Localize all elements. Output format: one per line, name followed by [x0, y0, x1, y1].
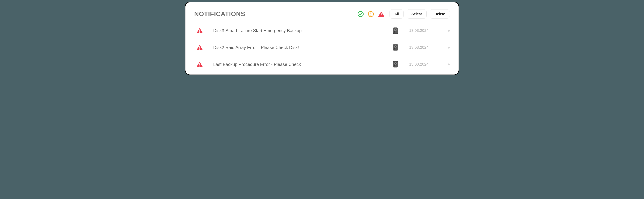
status-dot [448, 46, 450, 48]
disk-icon [392, 44, 399, 51]
panel-header: NOTIFICATIONS [194, 9, 450, 19]
svg-point-2 [370, 15, 371, 16]
svg-point-22 [394, 66, 394, 67]
delete-button[interactable]: Delete [430, 9, 450, 19]
notification-message: Last Backup Procedure Error - Please Che… [213, 62, 392, 67]
notification-message: Disk3 Smart Failure Start Emergency Back… [213, 28, 392, 33]
notification-list: Disk3 Smart Failure Start Emergency Back… [194, 28, 450, 68]
page-title: NOTIFICATIONS [194, 10, 245, 18]
alert-filter-icon[interactable] [378, 11, 384, 17]
status-dot [448, 30, 450, 32]
svg-point-18 [199, 66, 200, 67]
notifications-panel: NOTIFICATIONS [185, 2, 459, 75]
alert-triangle-icon [196, 61, 203, 68]
svg-point-4 [381, 16, 382, 16]
header-controls: All Select Delete [358, 9, 450, 19]
svg-point-10 [394, 32, 394, 33]
notification-row[interactable]: Disk2 Raid Array Error - Please Check Di… [196, 44, 450, 51]
svg-point-0 [358, 12, 363, 17]
disk-icon [392, 61, 399, 68]
success-filter-icon[interactable] [358, 11, 364, 17]
notification-date: 13.03.2024 [409, 45, 432, 50]
notification-row[interactable]: Last Backup Procedure Error - Please Che… [196, 61, 450, 68]
notification-message: Disk2 Raid Array Error - Please Check Di… [213, 45, 392, 50]
svg-point-12 [199, 49, 200, 50]
svg-point-16 [394, 49, 394, 50]
svg-point-6 [199, 32, 200, 33]
alert-triangle-icon [196, 28, 203, 34]
select-button[interactable]: Select [407, 9, 426, 19]
status-dot [448, 64, 450, 66]
all-button[interactable]: All [390, 9, 404, 19]
notification-date: 13.03.2024 [409, 28, 432, 33]
alert-triangle-icon [196, 44, 203, 51]
notification-date: 13.03.2024 [409, 62, 432, 67]
notification-row[interactable]: Disk3 Smart Failure Start Emergency Back… [196, 28, 450, 34]
disk-icon [392, 28, 399, 34]
warning-filter-icon[interactable] [368, 11, 374, 17]
filter-icons-group [358, 11, 384, 17]
